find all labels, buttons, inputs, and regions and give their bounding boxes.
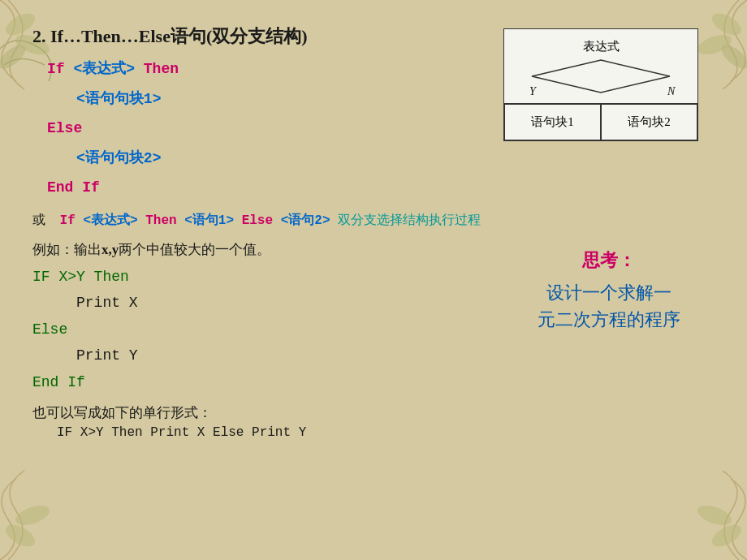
expr-placeholder: <表达式> <box>73 61 135 77</box>
expr-label: 表达式 <box>504 36 697 56</box>
or-else: Else <box>234 213 281 228</box>
code-line-5: End If <box>32 369 503 395</box>
syntax-block: If <表达式> Then <box>32 57 503 82</box>
code-line-1: IF X>Y Then <box>32 264 503 290</box>
section-bold: If…Then…Else <box>50 26 171 46</box>
or-if: If <box>60 213 84 228</box>
think-line-2: 元二次方程的程序 <box>503 306 715 333</box>
example-section: 例如：输出x,y两个中值较大的一个值。 IF X>Y Then Print X … <box>32 240 715 440</box>
think-content: 设计一个求解一 元二次方程的程序 <box>503 279 715 333</box>
block2-placeholder: <语句句块2> <box>32 150 161 166</box>
code-line-3: Else <box>32 317 503 342</box>
code-line-2: Print X <box>32 290 503 316</box>
or-line: 或 If <表达式> Then <语句1> Else <语句2> 双分支选择结构… <box>32 212 715 229</box>
code-line-4: Print Y <box>32 342 503 368</box>
xy-bold: x,y <box>101 242 119 257</box>
svg-text:N: N <box>667 85 676 97</box>
think-section: 思考： 设计一个求解一 元二次方程的程序 <box>503 240 715 440</box>
top-section: 2. If…Then…Else语句(双分支结构) If <表达式> Then <… <box>32 24 715 205</box>
single-line-code: IF X>Y Then Print X Else Print Y <box>32 425 503 440</box>
block1-cell: 语句块1 <box>504 104 601 140</box>
example-left: 例如：输出x,y两个中值较大的一个值。 IF X>Y Then Print X … <box>32 240 503 440</box>
or-suffix: 双分支选择结构执行过程 <box>338 213 481 226</box>
example-code-block: IF X>Y Then Print X Else Print Y End If <box>32 264 503 395</box>
block2-cell: 语句块2 <box>601 104 697 140</box>
block1-line: <语句句块1> <box>32 87 503 112</box>
section-title: 2. If…Then…Else语句(双分支结构) <box>32 24 503 49</box>
or-expr: <表达式> <box>83 213 137 228</box>
also-line: 也可以写成如下的单行形式： <box>32 403 503 422</box>
diagram-bottom-row: 语句块1 语句块2 <box>504 104 697 140</box>
or-then: Then <box>138 213 185 228</box>
or-prefix: 或 <box>32 213 52 226</box>
example-title: 例如：输出x,y两个中值较大的一个值。 <box>32 240 503 259</box>
else-keyword: Else <box>32 120 82 136</box>
think-line-1: 设计一个求解一 <box>503 279 715 306</box>
endif-keyword: End If <box>32 179 100 196</box>
left-content: 2. If…Then…Else语句(双分支结构) If <表达式> Then <… <box>32 24 503 205</box>
svg-marker-10 <box>532 60 670 93</box>
block1-placeholder: <语句句块1> <box>32 91 161 107</box>
section-number: 2. <box>32 26 46 46</box>
section-suffix: 语句(双分支结构) <box>171 26 308 46</box>
flow-diagram: 表达式 Y N <box>503 28 698 141</box>
think-label: 思考： <box>503 248 715 273</box>
svg-text:Y: Y <box>529 85 538 97</box>
else-line: Else <box>32 116 503 141</box>
diagram-wrapper: 表达式 Y N <box>503 28 698 141</box>
main-content: 2. If…Then…Else语句(双分支结构) If <表达式> Then <… <box>0 0 747 560</box>
block2-line: <语句句块2> <box>32 146 503 171</box>
if-keyword: If <box>32 61 73 77</box>
or-stmt1: <语句1> <box>184 213 234 228</box>
or-stmt2: <语句2> <box>281 213 330 228</box>
then-keyword: Then <box>135 61 179 77</box>
endif-line: End If <box>32 175 503 200</box>
